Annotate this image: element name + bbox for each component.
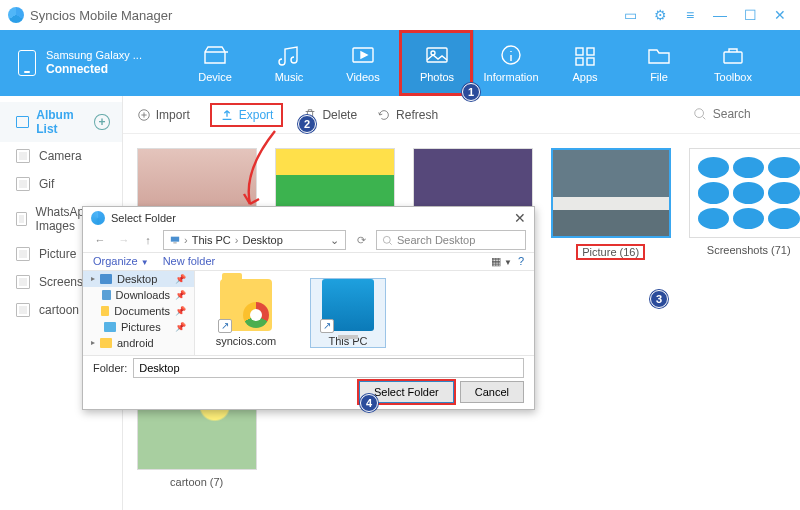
phone-icon xyxy=(18,50,36,76)
videos-icon xyxy=(350,44,376,66)
device-icon xyxy=(202,44,228,66)
nav-apps[interactable]: Apps xyxy=(548,30,622,96)
thumb-item[interactable]: Screenshots (71) xyxy=(689,148,800,260)
view-icon[interactable]: ▦ ▼ xyxy=(491,255,512,268)
main-navbar: Samsung Galaxy ... Connected Device Musi… xyxy=(0,30,800,96)
close-icon[interactable]: ✕ xyxy=(514,210,526,226)
close-icon[interactable]: ✕ xyxy=(768,3,792,27)
folder-icon xyxy=(16,149,30,163)
folder-icon xyxy=(16,303,30,317)
svg-rect-7 xyxy=(587,58,594,65)
file-item[interactable]: ↗ This PC xyxy=(311,279,385,347)
search-icon xyxy=(693,107,707,121)
new-folder-button[interactable]: New folder xyxy=(163,255,216,267)
toolbox-icon xyxy=(720,44,746,66)
album-icon xyxy=(16,116,29,128)
pictures-icon xyxy=(104,322,116,332)
folder-icon: ↗ xyxy=(220,279,272,331)
step-badge-1: 1 xyxy=(462,83,480,101)
music-icon xyxy=(276,44,302,66)
step-badge-4: 4 xyxy=(360,394,378,412)
syncios-logo-icon xyxy=(91,211,105,225)
dialog-titlebar: Select Folder ✕ xyxy=(83,207,534,228)
shortcut-icon: ↗ xyxy=(218,319,232,333)
nav-information[interactable]: Information xyxy=(474,30,548,96)
device-name: Samsung Galaxy ... xyxy=(46,48,142,62)
search-box[interactable] xyxy=(687,105,800,124)
cancel-button[interactable]: Cancel xyxy=(460,381,524,403)
chrome-icon xyxy=(243,302,269,328)
sidebar-item-camera[interactable]: Camera xyxy=(0,142,122,170)
svg-point-10 xyxy=(694,109,703,118)
help-icon[interactable]: ? xyxy=(518,255,524,268)
pc-icon: ↗ xyxy=(322,279,374,331)
device-status[interactable]: Samsung Galaxy ... Connected xyxy=(0,30,178,96)
nav-toolbox[interactable]: Toolbox xyxy=(696,30,770,96)
menu-icon[interactable]: ≡ xyxy=(678,3,702,27)
folder-icon xyxy=(16,212,27,226)
svg-rect-1 xyxy=(427,48,447,62)
forward-icon[interactable]: → xyxy=(115,231,133,249)
folder-icon xyxy=(16,177,30,191)
pc-icon xyxy=(170,235,180,245)
dialog-file-pane[interactable]: ↗ syncios.com ↗ This PC xyxy=(195,271,534,355)
svg-rect-11 xyxy=(171,237,179,242)
file-item[interactable]: ↗ syncios.com xyxy=(209,279,283,347)
import-button[interactable]: Import xyxy=(137,108,190,122)
syncios-logo-icon xyxy=(8,7,24,23)
breadcrumb[interactable]: ›This PC ›Desktop ⌄ xyxy=(163,230,346,250)
tree-item[interactable]: ▸Desktop📌 xyxy=(83,271,194,287)
svg-rect-12 xyxy=(173,243,176,244)
select-folder-dialog: Select Folder ✕ ← → ↑ ›This PC ›Desktop … xyxy=(82,206,535,410)
up-icon[interactable]: ↑ xyxy=(139,231,157,249)
sidebar-heading[interactable]: Album List + xyxy=(0,102,122,142)
export-button[interactable]: Export xyxy=(210,103,284,127)
file-icon xyxy=(646,44,672,66)
device-status-label: Connected xyxy=(46,62,108,76)
svg-rect-6 xyxy=(576,58,583,65)
minimize-icon[interactable]: — xyxy=(708,3,732,27)
folder-icon xyxy=(100,338,112,348)
search-icon xyxy=(382,235,393,246)
thumb-item[interactable]: Picture (16) xyxy=(551,148,671,260)
nav-device[interactable]: Device xyxy=(178,30,252,96)
sidebar-item-gif[interactable]: Gif xyxy=(0,170,122,198)
svg-rect-4 xyxy=(576,48,583,55)
back-icon[interactable]: ← xyxy=(91,231,109,249)
downloads-icon xyxy=(102,290,111,300)
folder-input[interactable] xyxy=(133,358,524,378)
chevron-down-icon[interactable]: ⌄ xyxy=(330,234,339,247)
svg-rect-5 xyxy=(587,48,594,55)
refresh-icon[interactable]: ⟳ xyxy=(352,231,370,249)
dialog-tree: ▸Desktop📌 Downloads📌 Documents📌 Pictures… xyxy=(83,271,195,355)
app-title: Syncios Mobile Manager xyxy=(30,8,172,23)
maximize-icon[interactable]: ☐ xyxy=(738,3,762,27)
photos-icon xyxy=(424,44,450,66)
organize-menu[interactable]: Organize ▼ xyxy=(93,255,149,267)
shortcut-icon: ↗ xyxy=(320,319,334,333)
svg-point-13 xyxy=(383,236,390,243)
step-badge-3: 3 xyxy=(650,290,668,308)
tree-item[interactable]: ▸android xyxy=(83,335,194,351)
tree-item[interactable]: Downloads📌 xyxy=(83,287,194,303)
info-icon xyxy=(498,44,524,66)
tree-item[interactable]: Documents📌 xyxy=(83,303,194,319)
toolbar: Import Export Delete Refresh xyxy=(123,96,800,134)
folder-label: Folder: xyxy=(93,362,127,374)
dialog-search[interactable]: Search Desktop xyxy=(376,230,526,250)
tree-item[interactable]: Pictures📌 xyxy=(83,319,194,335)
dialog-title: Select Folder xyxy=(111,212,176,224)
apps-icon xyxy=(572,44,598,66)
present-icon[interactable]: ▭ xyxy=(618,3,642,27)
desktop-icon xyxy=(100,274,112,284)
titlebar: Syncios Mobile Manager ▭ ⚙ ≡ — ☐ ✕ xyxy=(0,0,800,30)
nav-file[interactable]: File xyxy=(622,30,696,96)
refresh-button[interactable]: Refresh xyxy=(377,108,438,122)
folder-icon xyxy=(16,275,30,289)
nav-videos[interactable]: Videos xyxy=(326,30,400,96)
documents-icon xyxy=(101,306,109,316)
gear-icon[interactable]: ⚙ xyxy=(648,3,672,27)
nav-music[interactable]: Music xyxy=(252,30,326,96)
add-icon[interactable]: + xyxy=(94,114,109,130)
search-input[interactable] xyxy=(713,107,800,121)
